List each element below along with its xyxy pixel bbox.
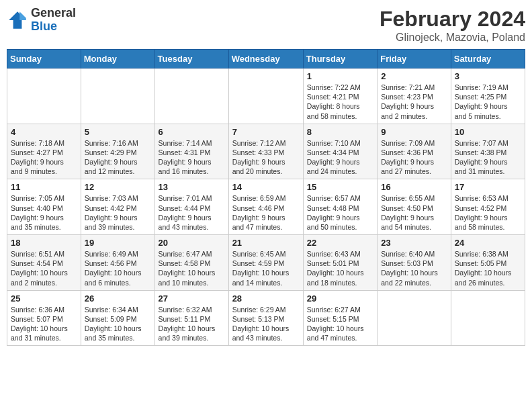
empty-cell xyxy=(451,290,525,346)
day-cell-12: 12Sunrise: 7:03 AMSunset: 4:42 PMDayligh… xyxy=(81,179,154,235)
day-info: Sunrise: 6:47 AMSunset: 4:58 PMDaylight:… xyxy=(159,249,225,287)
day-number: 5 xyxy=(85,127,151,137)
day-cell-17: 17Sunrise: 6:53 AMSunset: 4:52 PMDayligh… xyxy=(451,179,525,235)
day-cell-13: 13Sunrise: 7:01 AMSunset: 4:44 PMDayligh… xyxy=(154,179,228,235)
day-info: Sunrise: 6:29 AMSunset: 5:13 PMDaylight:… xyxy=(232,305,300,343)
empty-cell xyxy=(228,68,303,124)
logo-icon xyxy=(7,9,28,31)
day-number: 12 xyxy=(85,182,151,192)
day-info: Sunrise: 6:57 AMSunset: 4:48 PMDaylight:… xyxy=(307,193,373,232)
weekday-header-row: SundayMondayTuesdayWednesdayThursdayFrid… xyxy=(7,50,525,68)
day-cell-10: 10Sunrise: 7:07 AMSunset: 4:38 PMDayligh… xyxy=(451,124,525,179)
day-info: Sunrise: 6:55 AMSunset: 4:50 PMDaylight:… xyxy=(381,193,447,232)
day-info: Sunrise: 7:21 AMSunset: 4:23 PMDaylight:… xyxy=(381,83,447,121)
day-cell-4: 4Sunrise: 7:18 AMSunset: 4:27 PMDaylight… xyxy=(7,124,81,179)
empty-cell xyxy=(378,290,451,346)
day-number: 20 xyxy=(159,238,225,248)
day-info: Sunrise: 7:10 AMSunset: 4:34 PMDaylight:… xyxy=(307,138,373,177)
day-info: Sunrise: 6:40 AMSunset: 5:03 PMDaylight:… xyxy=(381,249,447,287)
logo: General Blue xyxy=(7,7,76,34)
day-cell-5: 5Sunrise: 7:16 AMSunset: 4:29 PMDaylight… xyxy=(81,124,154,179)
day-info: Sunrise: 7:03 AMSunset: 4:42 PMDaylight:… xyxy=(85,193,151,232)
day-cell-19: 19Sunrise: 6:49 AMSunset: 4:56 PMDayligh… xyxy=(81,235,154,291)
day-info: Sunrise: 7:09 AMSunset: 4:36 PMDaylight:… xyxy=(381,138,447,177)
day-number: 7 xyxy=(232,127,300,137)
calendar-location: Glinojeck, Mazovia, Poland xyxy=(380,32,525,44)
day-info: Sunrise: 7:12 AMSunset: 4:33 PMDaylight:… xyxy=(232,138,300,177)
day-number: 24 xyxy=(455,238,521,248)
day-number: 28 xyxy=(232,293,300,304)
day-cell-8: 8Sunrise: 7:10 AMSunset: 4:34 PMDaylight… xyxy=(303,124,377,179)
day-info: Sunrise: 7:16 AMSunset: 4:29 PMDaylight:… xyxy=(85,138,151,177)
logo-blue: Blue xyxy=(31,20,76,34)
day-cell-25: 25Sunrise: 6:36 AMSunset: 5:07 PMDayligh… xyxy=(7,290,81,346)
day-number: 23 xyxy=(381,238,447,248)
calendar-title: February 2024 xyxy=(380,7,525,32)
day-cell-24: 24Sunrise: 6:38 AMSunset: 5:05 PMDayligh… xyxy=(451,235,525,291)
day-cell-7: 7Sunrise: 7:12 AMSunset: 4:33 PMDaylight… xyxy=(228,124,303,179)
day-cell-21: 21Sunrise: 6:45 AMSunset: 4:59 PMDayligh… xyxy=(228,235,303,291)
day-cell-1: 1Sunrise: 7:22 AMSunset: 4:21 PMDaylight… xyxy=(303,68,377,124)
weekday-header-saturday: Saturday xyxy=(451,50,525,68)
day-cell-11: 11Sunrise: 7:05 AMSunset: 4:40 PMDayligh… xyxy=(7,179,81,235)
day-info: Sunrise: 7:01 AMSunset: 4:44 PMDaylight:… xyxy=(159,193,225,232)
day-info: Sunrise: 6:53 AMSunset: 4:52 PMDaylight:… xyxy=(455,193,521,232)
day-cell-22: 22Sunrise: 6:43 AMSunset: 5:01 PMDayligh… xyxy=(303,235,377,291)
day-number: 11 xyxy=(11,182,77,192)
weekday-header-thursday: Thursday xyxy=(303,50,377,68)
logo-general: General xyxy=(31,7,76,20)
day-info: Sunrise: 6:36 AMSunset: 5:07 PMDaylight:… xyxy=(11,305,77,343)
day-cell-15: 15Sunrise: 6:57 AMSunset: 4:48 PMDayligh… xyxy=(303,179,377,235)
day-number: 29 xyxy=(307,293,373,304)
day-cell-27: 27Sunrise: 6:32 AMSunset: 5:11 PMDayligh… xyxy=(154,290,228,346)
day-cell-28: 28Sunrise: 6:29 AMSunset: 5:13 PMDayligh… xyxy=(228,290,303,346)
empty-cell xyxy=(154,68,228,124)
day-cell-14: 14Sunrise: 6:59 AMSunset: 4:46 PMDayligh… xyxy=(228,179,303,235)
day-number: 6 xyxy=(159,127,225,137)
day-number: 15 xyxy=(307,182,373,192)
day-number: 2 xyxy=(381,71,447,81)
day-number: 8 xyxy=(307,127,373,137)
day-cell-23: 23Sunrise: 6:40 AMSunset: 5:03 PMDayligh… xyxy=(378,235,451,291)
svg-marker-1 xyxy=(19,11,26,20)
day-number: 16 xyxy=(381,182,447,192)
day-number: 17 xyxy=(455,182,521,192)
weekday-header-sunday: Sunday xyxy=(7,50,81,68)
day-number: 26 xyxy=(85,293,151,304)
day-info: Sunrise: 6:27 AMSunset: 5:15 PMDaylight:… xyxy=(307,305,373,343)
day-info: Sunrise: 7:22 AMSunset: 4:21 PMDaylight:… xyxy=(307,83,373,121)
day-number: 14 xyxy=(232,182,300,192)
day-number: 21 xyxy=(232,238,300,248)
day-info: Sunrise: 6:34 AMSunset: 5:09 PMDaylight:… xyxy=(85,305,151,343)
calendar-table: SundayMondayTuesdayWednesdayThursdayFrid… xyxy=(7,49,525,346)
day-info: Sunrise: 6:51 AMSunset: 4:54 PMDaylight:… xyxy=(11,249,77,287)
day-info: Sunrise: 7:18 AMSunset: 4:27 PMDaylight:… xyxy=(11,138,77,177)
day-cell-9: 9Sunrise: 7:09 AMSunset: 4:36 PMDaylight… xyxy=(378,124,451,179)
page-header: General Blue February 2024 Glinojeck, Ma… xyxy=(7,7,525,44)
week-row-2: 4Sunrise: 7:18 AMSunset: 4:27 PMDaylight… xyxy=(7,124,525,179)
week-row-1: 1Sunrise: 7:22 AMSunset: 4:21 PMDaylight… xyxy=(7,68,525,124)
day-cell-3: 3Sunrise: 7:19 AMSunset: 4:25 PMDaylight… xyxy=(451,68,525,124)
week-row-3: 11Sunrise: 7:05 AMSunset: 4:40 PMDayligh… xyxy=(7,179,525,235)
day-number: 27 xyxy=(159,293,225,304)
weekday-header-friday: Friday xyxy=(378,50,451,68)
day-cell-26: 26Sunrise: 6:34 AMSunset: 5:09 PMDayligh… xyxy=(81,290,154,346)
week-row-4: 18Sunrise: 6:51 AMSunset: 4:54 PMDayligh… xyxy=(7,235,525,291)
day-cell-6: 6Sunrise: 7:14 AMSunset: 4:31 PMDaylight… xyxy=(154,124,228,179)
title-block: February 2024 Glinojeck, Mazovia, Poland xyxy=(380,7,525,44)
logo-text: General Blue xyxy=(31,7,76,34)
day-info: Sunrise: 6:43 AMSunset: 5:01 PMDaylight:… xyxy=(307,249,373,287)
day-info: Sunrise: 7:14 AMSunset: 4:31 PMDaylight:… xyxy=(159,138,225,177)
day-number: 10 xyxy=(455,127,521,137)
day-info: Sunrise: 6:59 AMSunset: 4:46 PMDaylight:… xyxy=(232,193,300,232)
weekday-header-tuesday: Tuesday xyxy=(154,50,228,68)
day-number: 22 xyxy=(307,238,373,248)
day-info: Sunrise: 7:19 AMSunset: 4:25 PMDaylight:… xyxy=(455,83,521,121)
day-number: 4 xyxy=(11,127,77,137)
day-info: Sunrise: 7:05 AMSunset: 4:40 PMDaylight:… xyxy=(11,193,77,232)
day-cell-20: 20Sunrise: 6:47 AMSunset: 4:58 PMDayligh… xyxy=(154,235,228,291)
weekday-header-wednesday: Wednesday xyxy=(228,50,303,68)
day-number: 25 xyxy=(11,293,77,304)
empty-cell xyxy=(81,68,154,124)
day-cell-18: 18Sunrise: 6:51 AMSunset: 4:54 PMDayligh… xyxy=(7,235,81,291)
